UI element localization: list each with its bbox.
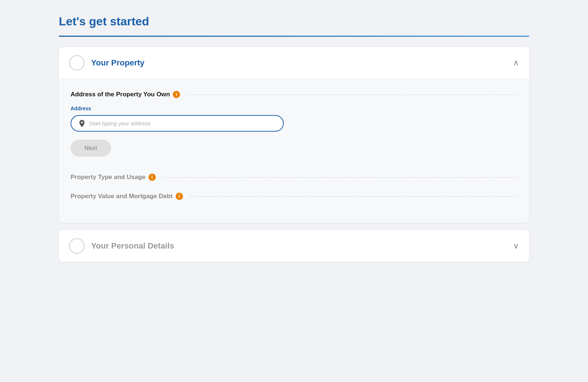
page-title: Let's get started <box>59 15 529 28</box>
address-label: Address <box>71 106 517 111</box>
location-icon <box>79 120 85 127</box>
property-type-divider <box>162 177 517 178</box>
property-value-info-icon[interactable]: i <box>176 193 183 200</box>
your-property-card: Your Property ∧ Address of the Property … <box>59 47 529 223</box>
address-info-icon[interactable]: i <box>173 91 180 98</box>
your-property-chevron-icon[interactable]: ∧ <box>513 59 519 67</box>
your-personal-details-header[interactable]: Your Personal Details ∨ <box>59 230 529 262</box>
address-subsection: Address of the Property You Own i Addres… <box>71 91 517 157</box>
address-input[interactable] <box>89 119 276 127</box>
your-property-title: Your Property <box>91 58 513 68</box>
property-type-info-icon[interactable]: i <box>148 174 156 181</box>
address-subsection-header: Address of the Property You Own i <box>71 91 517 98</box>
your-property-body: Address of the Property You Own i Addres… <box>59 79 529 223</box>
title-divider <box>59 36 529 37</box>
property-type-title: Property Type and Usage <box>71 174 146 181</box>
property-value-title: Property Value and Mortgage Debt <box>71 193 173 200</box>
your-personal-details-card: Your Personal Details ∨ <box>59 230 529 262</box>
property-type-row: Property Type and Usage i <box>71 168 517 186</box>
property-value-divider <box>189 196 517 197</box>
your-property-header[interactable]: Your Property ∧ <box>59 47 529 79</box>
address-subsection-title: Address of the Property You Own <box>71 91 170 98</box>
address-input-wrapper[interactable] <box>71 115 284 132</box>
address-divider <box>186 94 517 95</box>
property-value-row: Property Value and Mortgage Debt i <box>71 188 517 205</box>
next-button[interactable]: Next <box>71 140 111 157</box>
your-property-circle <box>69 55 85 71</box>
your-personal-details-chevron-icon[interactable]: ∨ <box>513 242 519 250</box>
your-personal-details-title: Your Personal Details <box>91 241 513 251</box>
your-personal-details-circle <box>69 238 85 254</box>
collapsed-sections-wrapper: Property Type and Usage i Property Value… <box>71 167 517 210</box>
